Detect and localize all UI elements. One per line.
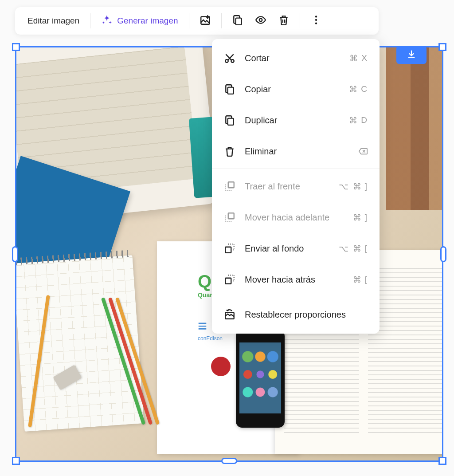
image-toolbar: Editar imagen Generar imagen (15, 7, 379, 35)
svg-rect-9 (228, 118, 234, 125)
menu-shortcut: ⌘ X (349, 53, 368, 63)
divider (189, 13, 189, 28)
menu-item-cut[interactable]: Cortar ⌘ X (212, 43, 380, 74)
menu-item-move-forward: Mover hacia adelante ⌘ ] (212, 202, 380, 233)
svg-rect-10 (228, 182, 234, 188)
divider (221, 13, 222, 28)
trash-icon (278, 14, 290, 28)
divider (90, 13, 90, 28)
resize-handle-bottom[interactable] (221, 458, 237, 464)
preview-button[interactable] (250, 10, 271, 31)
menu-item-copy[interactable]: Copiar ⌘ C (212, 74, 380, 105)
copy-icon (232, 14, 243, 28)
menu-label: Duplicar (245, 115, 340, 126)
copy-icon (223, 83, 236, 95)
resize-handle-bottom-right[interactable] (438, 457, 446, 465)
menu-label: Mover hacia atrás (245, 275, 344, 285)
resize-handle-bottom-left[interactable] (12, 457, 20, 465)
menu-item-duplicate[interactable]: Duplicar ⌘ D (212, 105, 380, 136)
download-icon (407, 49, 416, 61)
divider (300, 13, 300, 28)
trash-icon (223, 145, 236, 157)
menu-item-delete[interactable]: Eliminar (212, 136, 380, 167)
resize-handle-left[interactable] (12, 246, 18, 262)
menu-item-bring-to-front: Traer al frente ⌥ ⌘ ] (212, 171, 380, 202)
menu-item-reset-proportions[interactable]: Restablecer proporciones (212, 299, 380, 330)
menu-shortcut: ⌘ C (349, 84, 368, 94)
menu-label: Mover hacia adelante (245, 212, 344, 223)
menu-item-send-to-back[interactable]: Enviar al fondo ⌥ ⌘ [ (212, 233, 380, 264)
svg-point-5 (315, 22, 317, 24)
menu-shortcut (358, 147, 368, 155)
more-options-button[interactable] (305, 10, 327, 31)
svg-point-4 (315, 19, 317, 21)
download-button[interactable] (396, 46, 427, 64)
resize-handle-top-right[interactable] (438, 43, 446, 51)
svg-point-3 (315, 16, 317, 17)
context-menu: Cortar ⌘ X Copiar ⌘ C Duplicar ⌘ D Elimi… (212, 39, 380, 334)
resize-handle-top-left[interactable] (12, 43, 20, 51)
menu-shortcut: ⌥ ⌘ ] (339, 181, 368, 192)
menu-label: Copiar (245, 84, 340, 94)
replace-image-button[interactable] (195, 10, 216, 31)
generate-image-button[interactable]: Generar imagen (96, 11, 183, 31)
menu-item-move-backward[interactable]: Mover hacia atrás ⌘ [ (212, 264, 380, 295)
move-backward-icon (223, 273, 236, 286)
svg-point-6 (225, 59, 228, 63)
svg-rect-12 (225, 247, 231, 253)
menu-shortcut: ⌥ ⌘ [ (339, 244, 368, 254)
menu-divider (212, 169, 380, 169)
svg-rect-8 (228, 87, 234, 94)
generate-image-label: Generar imagen (117, 16, 178, 26)
svg-rect-11 (228, 213, 234, 219)
duplicate-icon (223, 114, 236, 126)
eye-icon (255, 14, 266, 28)
menu-shortcut: ⌘ ] (353, 212, 368, 223)
menu-label: Eliminar (245, 146, 349, 157)
menu-shortcut: ⌘ D (349, 115, 368, 126)
copy-button[interactable] (227, 10, 248, 31)
svg-point-7 (231, 59, 234, 63)
delete-button[interactable] (273, 10, 294, 31)
reset-icon (223, 308, 236, 321)
menu-label: Traer al frente (245, 181, 330, 192)
svg-point-2 (259, 19, 262, 22)
bring-to-front-icon (223, 180, 236, 193)
move-forward-icon (223, 211, 236, 224)
send-to-back-icon (223, 242, 236, 255)
menu-divider (212, 297, 380, 297)
svg-rect-1 (235, 18, 241, 25)
image-plus-icon (200, 14, 211, 28)
more-vertical-icon (310, 14, 322, 28)
menu-shortcut: ⌘ [ (353, 275, 368, 285)
cut-icon (223, 52, 236, 64)
edit-image-button[interactable]: Editar imagen (22, 12, 85, 29)
sparkle-icon (101, 14, 113, 28)
menu-label: Restablecer proporciones (245, 310, 368, 320)
resize-handle-right[interactable] (440, 246, 446, 262)
svg-rect-13 (225, 278, 231, 284)
menu-label: Enviar al fondo (245, 244, 330, 254)
menu-label: Cortar (245, 53, 340, 63)
